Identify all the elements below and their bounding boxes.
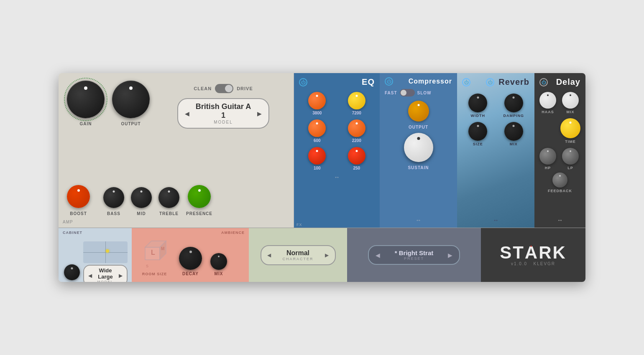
- reverb-panel: Reverb WIDTH DAMPING SIZE: [457, 73, 534, 228]
- bass-knob[interactable]: [103, 187, 124, 208]
- eq-knob-2200: 2200: [339, 119, 375, 143]
- drive-label: DRIVE: [237, 86, 253, 91]
- treble-knob[interactable]: [158, 187, 179, 208]
- preset-next-arrow[interactable]: ▶: [448, 252, 452, 259]
- treble-group: TREBLE: [158, 187, 179, 216]
- clean-drive-row: CLEAN DRIVE: [194, 84, 253, 93]
- eq-knob-600-control[interactable]: [308, 119, 326, 137]
- crosshair-dot: [106, 249, 109, 253]
- delay-mix-knob[interactable]: [562, 92, 579, 109]
- character-name: Normal: [282, 249, 313, 257]
- model-next-arrow[interactable]: ▶: [257, 110, 262, 117]
- model-prev-arrow[interactable]: ◀: [185, 110, 189, 117]
- delay-time-knob[interactable]: [560, 118, 580, 138]
- character-prev-arrow[interactable]: ◀: [267, 252, 271, 258]
- room-size-label: ROOM SIZE: [142, 272, 167, 276]
- treble-label: TREBLE: [159, 211, 179, 216]
- reverb-mix-knob[interactable]: [504, 122, 523, 141]
- comp-sustain-label: SUSTAIN: [408, 165, 429, 170]
- comp-expand-btn[interactable]: ↔: [385, 217, 452, 223]
- delay-mix-group: MIX: [560, 92, 580, 114]
- eq-freq-7200: 7200: [352, 111, 361, 115]
- stereo-knob[interactable]: [64, 264, 80, 280]
- fx-label: FX: [296, 223, 302, 227]
- cabinet-next-arrow[interactable]: ▶: [119, 273, 123, 279]
- preset-selector[interactable]: ◀ * Bright Strat PRESET ▶: [368, 245, 460, 265]
- reverb-header: Reverb: [462, 77, 529, 87]
- reverb-size-group: SIZE: [462, 122, 494, 146]
- eq-knob-250-control[interactable]: [348, 147, 365, 165]
- delay-lp-knob[interactable]: [562, 148, 579, 165]
- reverb-width-group: WIDTH: [462, 94, 494, 118]
- cabinet-prev-arrow[interactable]: ◀: [88, 273, 92, 279]
- decay-knob[interactable]: [179, 247, 202, 270]
- boost-label: BOOST: [70, 211, 87, 216]
- eq-expand-btn[interactable]: ↔: [299, 174, 375, 180]
- preset-sub: PRESET: [395, 256, 434, 261]
- preset-prev-arrow[interactable]: ◀: [376, 252, 380, 259]
- cabinet-crosshair-wrap: ◀ Wide Large MODEL ▶: [83, 241, 128, 282]
- cabinet-selector-text: Wide Large MODEL: [92, 267, 119, 282]
- stereo-group: STEREO: [63, 264, 81, 282]
- cabinet-model-name: Wide Large: [92, 267, 119, 280]
- delay-feedback-knob[interactable]: [552, 172, 567, 188]
- output-group: OUTPUT: [112, 81, 150, 126]
- boost-knob[interactable]: [67, 185, 90, 208]
- comp-output-group: OUTPUT: [408, 101, 429, 129]
- comp-header: Compressor: [385, 77, 452, 86]
- amp-panel: GAIN OUTPUT CLEAN DRIVE ◀: [59, 73, 294, 228]
- delay-panel: Delay HAAS MIX TIME: [534, 73, 585, 228]
- delay-hp-knob[interactable]: [539, 148, 556, 165]
- reverb-size-knob[interactable]: [468, 122, 487, 141]
- reverb-expand-btn[interactable]: ↔: [462, 217, 529, 223]
- comp-power-btn[interactable]: [385, 77, 393, 86]
- eq-knob-3800: 3800: [299, 92, 335, 115]
- ambience-content: L M S ROOM SIZE DECAY: [137, 231, 244, 279]
- eq-knob-2200-control[interactable]: [348, 119, 365, 137]
- eq-knob-3800-control[interactable]: [308, 92, 326, 109]
- model-name: British Guitar A 1: [194, 102, 253, 120]
- presence-knob[interactable]: [188, 185, 211, 208]
- clean-drive-toggle[interactable]: [215, 84, 233, 93]
- preset-panel: ◀ * Bright Strat PRESET ▶: [347, 228, 481, 282]
- clean-label: CLEAN: [194, 86, 212, 91]
- ambience-mix-label: MIX: [215, 271, 223, 276]
- character-next-arrow[interactable]: ▶: [325, 252, 329, 258]
- eq-freq-2200: 2200: [352, 138, 361, 143]
- gain-knob-wrap: [67, 81, 105, 118]
- gain-label: GAIN: [80, 122, 92, 126]
- reverb-damping-knob[interactable]: [504, 94, 523, 112]
- eq-knob-100-control[interactable]: [308, 147, 326, 165]
- mid-knob[interactable]: [131, 187, 152, 208]
- cabinet-selector[interactable]: ◀ Wide Large MODEL ▶: [83, 265, 128, 282]
- eq-power-btn[interactable]: [299, 78, 307, 86]
- eq-knob-7200: 7200: [339, 92, 375, 115]
- delay-expand-btn[interactable]: ↔: [539, 217, 580, 223]
- delay-haas-group: HAAS: [539, 92, 556, 114]
- plugin-container: GAIN OUTPUT CLEAN DRIVE ◀: [59, 73, 585, 282]
- ambience-mix-knob[interactable]: [210, 253, 227, 270]
- comp-output-knob[interactable]: [408, 101, 429, 122]
- gain-knob[interactable]: [67, 81, 105, 118]
- model-selector[interactable]: ◀ British Guitar A 1 MODEL ▶: [177, 98, 269, 129]
- mid-label: MID: [137, 211, 146, 216]
- reverb-width-knob[interactable]: [468, 94, 487, 112]
- delay-mix-label: MIX: [566, 110, 574, 114]
- reverb-power-btn2[interactable]: [486, 78, 494, 86]
- eq-knob-7200-control[interactable]: [348, 92, 365, 109]
- output-knob[interactable]: [112, 81, 150, 118]
- slow-label: SLOW: [417, 91, 432, 95]
- eq-knob-100: 100: [299, 147, 335, 170]
- fast-label: FAST: [385, 91, 397, 95]
- delay-lp-group: LP: [560, 148, 580, 170]
- reverb-power-btn[interactable]: [462, 78, 470, 86]
- svg-text:M: M: [161, 246, 164, 251]
- delay-power-btn[interactable]: [539, 78, 548, 86]
- fast-slow-toggle[interactable]: [400, 89, 415, 96]
- delay-haas-knob[interactable]: [539, 92, 556, 109]
- cabinet-crosshair[interactable]: [83, 241, 128, 263]
- comp-sustain-knob[interactable]: [404, 133, 433, 162]
- delay-haas-label: HAAS: [542, 110, 554, 114]
- cabinet-model-sub: MODEL: [92, 280, 119, 282]
- character-selector[interactable]: ◀ Normal CHARACTER ▶: [261, 245, 336, 265]
